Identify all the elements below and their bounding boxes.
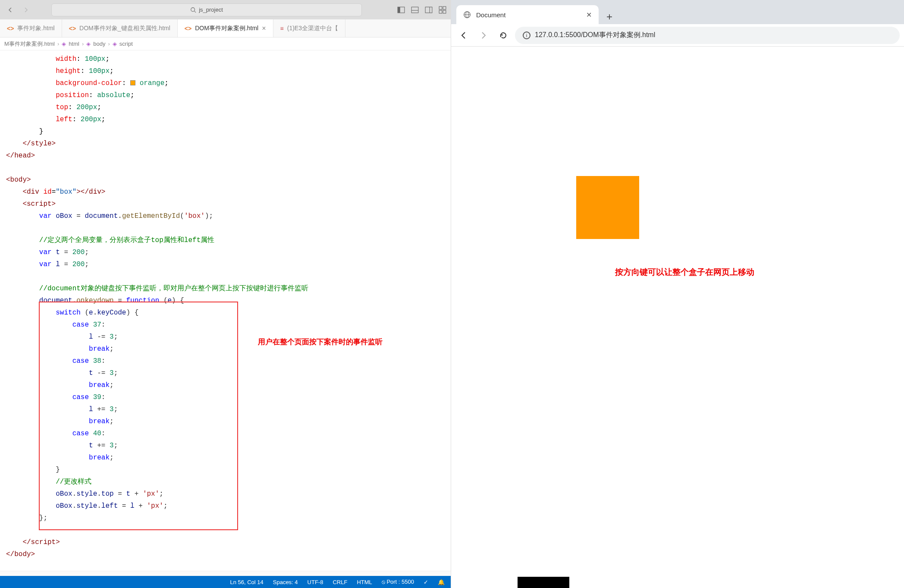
- cube-icon: ◈: [62, 41, 66, 47]
- orange-box: [576, 176, 639, 239]
- annotation-text: 用户在整个页面按下案件时的事件监听: [258, 337, 383, 347]
- svg-line-1: [195, 11, 196, 13]
- layout-customize-icon[interactable]: [439, 6, 446, 14]
- svg-rect-11: [443, 10, 446, 13]
- status-bell-icon[interactable]: 🔔: [438, 579, 445, 585]
- cube-icon: ◈: [86, 41, 91, 47]
- taskbar-fragment: [518, 577, 569, 588]
- cube-icon: ◈: [113, 41, 117, 47]
- editor-tab[interactable]: <>DOM事件对象_键盘相关属性.html: [62, 19, 178, 37]
- new-tab-button[interactable]: +: [602, 9, 617, 24]
- status-check-icon[interactable]: ✓: [424, 579, 428, 585]
- editor-tab[interactable]: ≡(1)E3全渠道中台【: [273, 19, 345, 37]
- svg-rect-8: [439, 6, 442, 9]
- editor-pane: js_project <>事件对象.html <>DOM事件对象_键盘相关属性.…: [0, 0, 451, 588]
- code-area[interactable]: width: 100px; height: 100px; background-…: [0, 50, 451, 571]
- status-spaces[interactable]: Spaces: 4: [273, 579, 298, 585]
- svg-rect-3: [398, 7, 400, 13]
- nav-forward-button[interactable]: [20, 4, 32, 16]
- status-language[interactable]: HTML: [357, 579, 372, 585]
- status-port[interactable]: ⦸ Port : 5500: [382, 579, 414, 585]
- reload-button[interactable]: [495, 27, 512, 44]
- browser-tab-title: Document: [476, 11, 581, 19]
- svg-rect-6: [425, 7, 432, 13]
- command-search[interactable]: js_project: [51, 3, 362, 16]
- html-icon: <>: [69, 25, 76, 32]
- instruction-text: 按方向键可以让整个盒子在网页上移动: [615, 267, 754, 278]
- browser-toolbar: i 127.0.0.1:5500/DOM事件对象案例.html: [451, 24, 904, 47]
- layout-sidebar-icon[interactable]: [397, 6, 405, 14]
- search-icon: [190, 7, 196, 13]
- layout-panel-icon[interactable]: [411, 6, 419, 14]
- browser-viewport[interactable]: 按方向键可以让整个盒子在网页上移动: [451, 47, 904, 588]
- back-button[interactable]: [455, 27, 472, 44]
- layout-right-icon[interactable]: [425, 6, 433, 14]
- html-icon: <>: [7, 25, 14, 32]
- svg-point-0: [191, 7, 195, 11]
- nav-back-button[interactable]: [4, 4, 16, 16]
- svg-rect-9: [443, 6, 446, 9]
- editor-titlebar: js_project: [0, 0, 451, 19]
- editor-tabs: <>事件对象.html <>DOM事件对象_键盘相关属性.html <>DOM事…: [0, 19, 451, 38]
- editor-tab[interactable]: <>事件对象.html: [0, 19, 62, 37]
- forward-button[interactable]: [475, 27, 492, 44]
- browser-tab[interactable]: Document ✕: [456, 5, 599, 24]
- status-eol[interactable]: CRLF: [333, 579, 347, 585]
- status-lncol[interactable]: Ln 56, Col 14: [230, 579, 263, 585]
- editor-tab-active[interactable]: <>DOM事件对象案例.html×: [178, 19, 273, 37]
- status-encoding[interactable]: UTF-8: [308, 579, 323, 585]
- svg-rect-4: [411, 7, 418, 13]
- site-info-icon[interactable]: i: [523, 31, 530, 39]
- close-icon[interactable]: ×: [262, 25, 266, 32]
- status-bar: Ln 56, Col 14 Spaces: 4 UTF-8 CRLF HTML …: [0, 576, 451, 588]
- url-text: 127.0.0.1:5500/DOM事件对象案例.html: [535, 31, 655, 40]
- svg-rect-10: [439, 10, 442, 13]
- browser-pane: Document ✕ + i 127.0.0.1:5500/DOM事件对象案例.…: [451, 0, 904, 588]
- address-bar[interactable]: i 127.0.0.1:5500/DOM事件对象案例.html: [515, 27, 900, 44]
- horizontal-scrollbar[interactable]: [0, 571, 451, 576]
- file-icon: ≡: [280, 25, 284, 32]
- html-icon: <>: [185, 25, 191, 32]
- search-text: js_project: [199, 6, 223, 13]
- close-icon[interactable]: ✕: [586, 11, 592, 19]
- breadcrumb[interactable]: M事件对象案例.html› ◈html› ◈body› ◈script: [0, 38, 451, 50]
- globe-icon: [463, 11, 471, 19]
- browser-tab-strip: Document ✕ +: [451, 0, 904, 24]
